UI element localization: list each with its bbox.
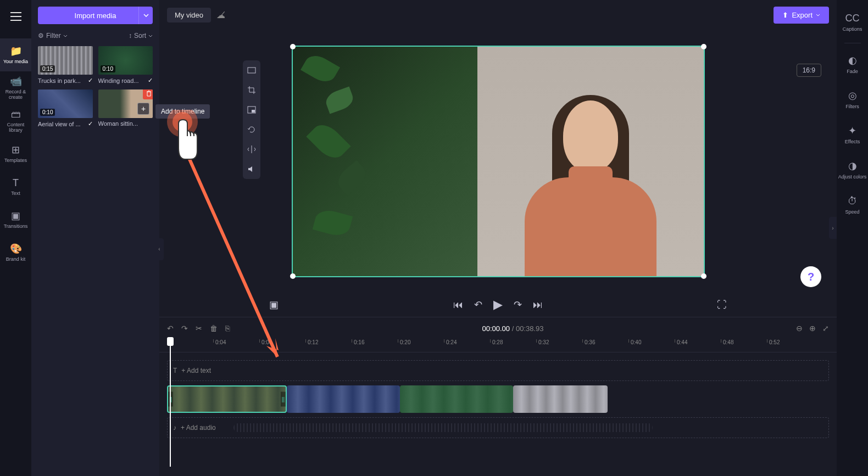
zoom-out-button[interactable]: ⊖ [796, 324, 803, 333]
text-icon: T [13, 177, 19, 189]
check-icon: ✓ [88, 120, 93, 127]
undo-button[interactable]: ↶ [167, 324, 174, 333]
sort-icon: ↕ [129, 32, 132, 40]
hamburger-menu[interactable] [5, 5, 27, 27]
media-item-label: Woman sittin... [98, 120, 138, 127]
next-frame-button[interactable]: ⏭ [533, 299, 543, 311]
rs-label: Speed [845, 209, 859, 215]
music-icon: ♪ [173, 424, 176, 432]
chevron-down-icon [816, 14, 820, 16]
media-item-aerial[interactable]: 0:10 Aerial view of ...✓ [38, 89, 93, 127]
rs-label: Fade [847, 69, 858, 74]
ruler-tick: 0:40 [628, 339, 675, 352]
tutorial-arrow [184, 154, 294, 373]
sort-button[interactable]: ↕ Sort [129, 32, 153, 40]
play-button[interactable]: ▶ [493, 298, 503, 312]
import-media-button[interactable]: Import media [38, 7, 153, 24]
skip-back-button[interactable]: ↶ [474, 299, 482, 311]
camera-icon: 📹 [10, 75, 22, 87]
preview-content [293, 47, 704, 276]
media-thumbnail: 0:10 [38, 89, 93, 118]
cloud-off-icon[interactable]: ☁̸ [216, 10, 225, 20]
rs-label: Captions [843, 26, 863, 32]
prev-frame-button[interactable]: ⏮ [453, 299, 463, 311]
sidebar-item-transitions[interactable]: ▣ Transitions [0, 203, 31, 236]
upload-icon: ⬆ [782, 11, 788, 19]
fade-button[interactable]: ◐ Fade [837, 48, 868, 81]
media-item-label: Trucks in park... [38, 77, 81, 84]
aspect-ratio-button[interactable]: 16:9 [797, 64, 821, 77]
sidebar-item-content-library[interactable]: 🗃 Content library [0, 104, 31, 137]
media-item-winding-road[interactable]: 0:10 Winding road...✓ [98, 46, 153, 84]
rotate-button[interactable] [245, 123, 258, 136]
transitions-icon: ▣ [11, 210, 20, 222]
text-icon: T [173, 367, 177, 374]
resize-handle-br[interactable] [701, 273, 706, 279]
audio-waveform [233, 423, 653, 432]
video-clip-woman[interactable] [167, 385, 287, 413]
sidebar-label: Transitions [4, 224, 28, 229]
zoom-in-button[interactable]: ⊕ [809, 324, 816, 333]
sidebar-label: Content library [1, 122, 30, 133]
rs-label: Effects [845, 139, 860, 144]
audio-track[interactable]: ♪ + Add audio [167, 417, 829, 438]
fit-button[interactable] [245, 64, 258, 77]
divider [844, 43, 861, 43]
timeline-zoom: ⊖ ⊕ ⤢ [796, 324, 829, 333]
svg-line-2 [190, 159, 277, 357]
skip-forward-button[interactable]: ↷ [514, 299, 522, 311]
sidebar-item-your-media[interactable]: 📁 Your media [0, 38, 31, 71]
effects-button[interactable]: ✦ Effects [837, 118, 868, 151]
speed-button[interactable]: ⏱ Speed [837, 188, 868, 221]
delete-media-button[interactable] [143, 89, 153, 99]
fit-icon [247, 66, 256, 75]
filter-sort-bar: ⚙ Filter ↕ Sort [38, 32, 153, 40]
media-thumbnail: 0:10 [98, 46, 153, 75]
filters-icon: ◎ [848, 89, 857, 102]
media-duration: 0:10 [101, 65, 115, 72]
total-time: 00:38.93 [516, 324, 544, 333]
export-button[interactable]: ⬆ Export [774, 7, 829, 24]
captions-button[interactable]: CC Captions [837, 5, 868, 38]
ruler-tick: 0:36 [582, 339, 628, 352]
collapse-right-panel[interactable]: › [829, 217, 837, 239]
sidebar-item-brand-kit[interactable]: 🎨 Brand kit [0, 236, 31, 269]
import-dropdown[interactable] [138, 7, 153, 24]
ruler-tick: 0:44 [675, 339, 721, 352]
filters-button[interactable]: ◎ Filters [837, 83, 868, 116]
filter-icon: ⚙ [38, 32, 44, 40]
add-to-timeline-button[interactable]: + [137, 103, 149, 115]
resize-handle-tr[interactable] [701, 44, 706, 49]
preview-frame[interactable] [292, 46, 705, 277]
video-clip-trucks[interactable] [513, 385, 608, 413]
right-sidebar: CC Captions ◐ Fade ◎ Filters ✦ Effects ◑… [837, 0, 868, 476]
check-icon: ✓ [148, 77, 153, 84]
pip-button[interactable] [245, 103, 258, 116]
playhead[interactable] [167, 337, 174, 346]
adjust-colors-button[interactable]: ◑ Adjust colors [837, 153, 868, 186]
flip-icon [247, 145, 256, 154]
video-clip-winding[interactable] [400, 385, 513, 413]
fullscreen-button[interactable]: ⛶ [717, 299, 727, 311]
video-clip-aerial[interactable] [287, 385, 400, 413]
sidebar-item-text[interactable]: T Text [0, 170, 31, 203]
media-item-woman[interactable]: + Woman sittin... [98, 89, 153, 127]
chevron-down-icon [148, 35, 153, 37]
ruler-tick: 0:12 [305, 339, 352, 352]
ruler-tick: 0:16 [352, 339, 398, 352]
sidebar-item-record[interactable]: 📹 Record & create [0, 71, 31, 104]
media-item-trucks[interactable]: 0:15 Trucks in park...✓ [38, 46, 93, 84]
zoom-fit-button[interactable]: ⤢ [822, 324, 829, 333]
export-label: Export [792, 11, 813, 19]
pip-icon [247, 105, 256, 114]
left-sidebar: 📁 Your media 📹 Record & create 🗃 Content… [0, 0, 31, 476]
media-thumbnail: + [98, 89, 153, 118]
help-button[interactable]: ? [800, 266, 821, 287]
project-title[interactable]: My video [167, 8, 211, 23]
crop-button[interactable] [245, 83, 258, 97]
filter-button[interactable]: ⚙ Filter [38, 32, 68, 40]
rs-label: Adjust colors [838, 174, 867, 180]
sidebar-item-templates[interactable]: ⊞ Templates [0, 137, 31, 170]
resize-handle-tl[interactable] [290, 44, 296, 49]
media-duration: 0:10 [40, 109, 55, 116]
